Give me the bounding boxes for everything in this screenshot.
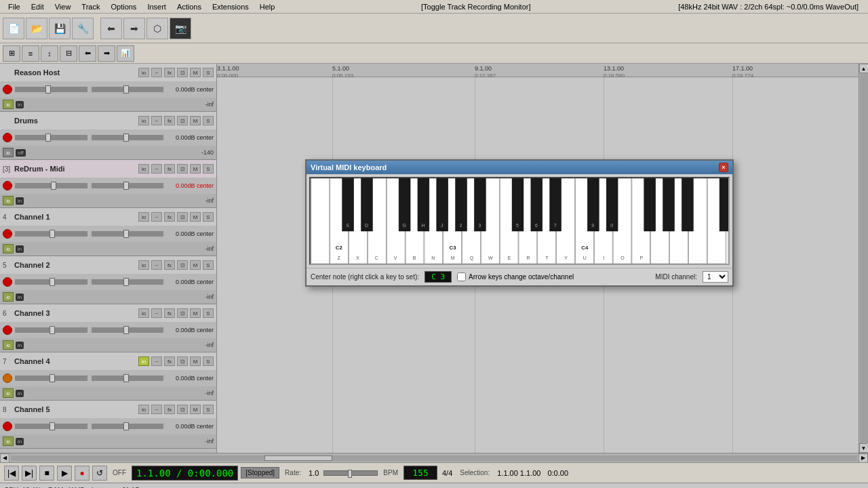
track-send-btn[interactable]: ⊡ bbox=[177, 68, 188, 77]
track-send-btn[interactable]: ⊡ bbox=[177, 405, 188, 414]
scroll-left-btn[interactable]: ◀ bbox=[0, 453, 9, 463]
track-fx-btn[interactable]: ~ bbox=[151, 116, 162, 125]
piano-keyboard[interactable]: .wk { fill: white; stroke: #666; stroke-… bbox=[309, 177, 730, 265]
track-fx-btn[interactable]: ~ bbox=[151, 260, 162, 270]
render-btn[interactable]: 📷 bbox=[170, 18, 191, 39]
center-note-input[interactable] bbox=[425, 271, 452, 283]
track-mute-btn[interactable]: M bbox=[190, 260, 201, 270]
pan-fader[interactable] bbox=[92, 375, 164, 381]
undo-btn[interactable]: ⬅ bbox=[100, 18, 122, 39]
scroll-track-h[interactable] bbox=[11, 455, 857, 461]
volume-fader[interactable] bbox=[15, 279, 87, 285]
pan-fader[interactable] bbox=[92, 327, 164, 333]
volume-fader[interactable] bbox=[15, 327, 87, 333]
dialog-close-btn[interactable]: × bbox=[719, 163, 728, 172]
scroll-up-btn[interactable]: ▲ bbox=[859, 64, 869, 73]
midi-channel-select[interactable]: 1 2 3 4 5 6 7 8 9 10 11 12 13 14 15 16 bbox=[703, 271, 728, 283]
scroll-track[interactable] bbox=[860, 73, 868, 443]
track-fx-btn[interactable]: ~ bbox=[151, 357, 162, 366]
pan-fader[interactable] bbox=[92, 231, 164, 237]
track-solo-btn[interactable]: S bbox=[203, 212, 214, 222]
track-eq-btn[interactable]: fx bbox=[164, 357, 175, 366]
rate-slider[interactable] bbox=[323, 470, 378, 476]
stop-btn[interactable]: ■ bbox=[39, 466, 54, 481]
track-io-btn[interactable]: io bbox=[138, 116, 149, 125]
track-send-btn[interactable]: ⊡ bbox=[177, 212, 188, 222]
track-eq-btn[interactable]: fx bbox=[164, 116, 175, 125]
pan-fader[interactable] bbox=[92, 87, 164, 92]
record-btn[interactable] bbox=[3, 229, 12, 239]
scroll-thumb[interactable] bbox=[264, 455, 332, 461]
track-mute-btn[interactable]: M bbox=[190, 212, 201, 222]
track-mute-btn[interactable]: M bbox=[190, 357, 201, 366]
menu-view[interactable]: View bbox=[50, 3, 77, 11]
track-in-btn[interactable]: io bbox=[3, 100, 14, 109]
record-btn[interactable] bbox=[3, 85, 12, 94]
menu-extensions[interactable]: Extensions bbox=[207, 3, 254, 11]
track-mute-btn[interactable]: M bbox=[190, 308, 201, 318]
track-io-btn[interactable]: io bbox=[138, 357, 149, 366]
track-fx-btn[interactable]: ~ bbox=[151, 308, 162, 318]
track-eq-btn[interactable]: fx bbox=[164, 260, 175, 270]
pan-fader[interactable] bbox=[92, 424, 164, 429]
track-in-btn[interactable]: io bbox=[3, 292, 14, 302]
track-fx-btn[interactable]: ~ bbox=[151, 164, 162, 174]
record-btn[interactable] bbox=[3, 277, 12, 287]
track-solo-btn[interactable]: S bbox=[203, 260, 214, 270]
collapse-btn[interactable]: ⊟ bbox=[60, 45, 77, 62]
track-eq-btn[interactable]: fx bbox=[164, 405, 175, 414]
menu-options[interactable]: Options bbox=[105, 3, 142, 11]
track-in-btn[interactable]: io bbox=[3, 244, 14, 253]
arrow-keys-checkbox[interactable] bbox=[457, 272, 466, 281]
track-mute-btn[interactable]: M bbox=[190, 405, 201, 414]
volume-fader[interactable] bbox=[15, 87, 87, 92]
go-end-btn[interactable]: ▶| bbox=[22, 466, 37, 481]
prev-btn[interactable]: ⬅ bbox=[79, 45, 96, 62]
track-mute-btn[interactable]: M bbox=[190, 164, 201, 174]
track-send-btn[interactable]: ⊡ bbox=[177, 357, 188, 366]
track-solo-btn[interactable]: S bbox=[203, 405, 214, 414]
config-btn[interactable]: 🔧 bbox=[72, 18, 94, 39]
loop-btn[interactable]: ⬡ bbox=[146, 18, 168, 39]
scroll-right-btn[interactable]: ▶ bbox=[859, 453, 868, 463]
track-io-btn[interactable]: io bbox=[138, 68, 149, 77]
bpm-display[interactable]: 155 bbox=[403, 466, 437, 480]
track-mute-btn[interactable]: M bbox=[190, 116, 201, 125]
volume-fader[interactable] bbox=[15, 375, 87, 381]
track-send-btn[interactable]: ⊡ bbox=[177, 116, 188, 125]
record-btn[interactable] bbox=[3, 325, 12, 335]
rate-thumb[interactable] bbox=[348, 470, 352, 478]
menu-file[interactable]: File bbox=[3, 3, 26, 11]
track-eq-btn[interactable]: fx bbox=[164, 68, 175, 77]
track-solo-btn[interactable]: S bbox=[203, 308, 214, 318]
vertical-scrollbar[interactable]: ▲ ▼ bbox=[859, 64, 868, 453]
track-send-btn[interactable]: ⊡ bbox=[177, 308, 188, 318]
play-btn[interactable]: ▶ bbox=[57, 466, 72, 481]
dialog-titlebar[interactable]: Virtual MIDI keyboard × bbox=[307, 161, 732, 174]
menu-help[interactable]: Help bbox=[254, 3, 281, 11]
volume-fader[interactable] bbox=[15, 183, 87, 188]
menu-track[interactable]: Track bbox=[76, 3, 105, 11]
track-send-btn[interactable]: ⊡ bbox=[177, 260, 188, 270]
track-eq-btn[interactable]: fx bbox=[164, 308, 175, 318]
resize-btn[interactable]: ↕ bbox=[41, 45, 58, 62]
track-io-btn[interactable]: io bbox=[138, 164, 149, 174]
track-in-btn[interactable]: io bbox=[3, 340, 14, 350]
record-btn[interactable] bbox=[3, 181, 12, 190]
volume-fader[interactable] bbox=[15, 424, 87, 429]
record-btn[interactable] bbox=[3, 373, 12, 383]
track-io-btn[interactable]: io bbox=[138, 308, 149, 318]
volume-fader[interactable] bbox=[15, 135, 87, 140]
track-solo-btn[interactable]: S bbox=[203, 357, 214, 366]
track-fx-btn[interactable]: ~ bbox=[151, 212, 162, 222]
pan-fader[interactable] bbox=[92, 279, 164, 285]
track-io-btn[interactable]: io bbox=[138, 212, 149, 222]
track-in-btn[interactable]: io bbox=[3, 196, 14, 205]
track-solo-btn[interactable]: S bbox=[203, 116, 214, 125]
volume-fader[interactable] bbox=[15, 231, 87, 237]
menu-actions[interactable]: Actions bbox=[172, 3, 207, 11]
track-eq-btn[interactable]: fx bbox=[164, 212, 175, 222]
next-btn[interactable]: ➡ bbox=[98, 45, 115, 62]
menu-insert[interactable]: Insert bbox=[142, 3, 172, 11]
meter-btn[interactable]: 📊 bbox=[117, 45, 134, 62]
